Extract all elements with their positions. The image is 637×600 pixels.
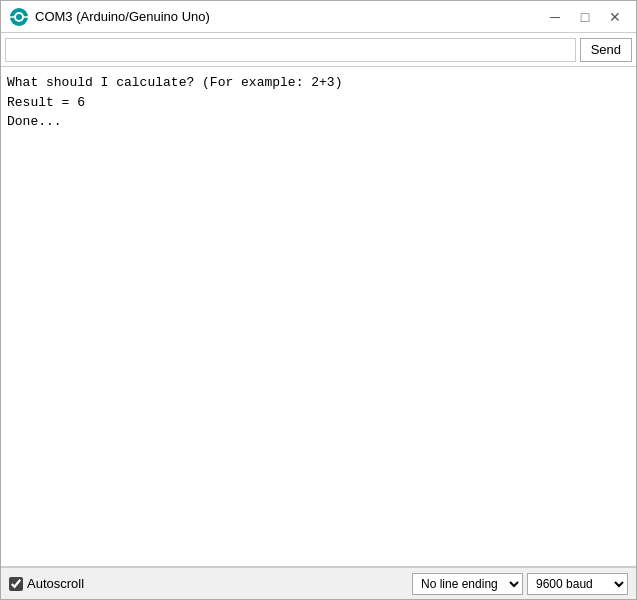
status-bar: Autoscroll No line ending Newline Carria… [1, 567, 636, 599]
line-ending-dropdown[interactable]: No line ending Newline Carriage return B… [412, 573, 523, 595]
window-title: COM3 (Arduino/Genuino Uno) [35, 9, 542, 24]
status-right: No line ending Newline Carriage return B… [412, 573, 628, 595]
message-input[interactable] [5, 38, 576, 62]
autoscroll-checkbox[interactable] [9, 577, 23, 591]
close-button[interactable]: ✕ [602, 7, 628, 27]
baud-rate-dropdown[interactable]: 300 baud 1200 baud 2400 baud 4800 baud 9… [527, 573, 628, 595]
autoscroll-label[interactable]: Autoscroll [27, 576, 84, 591]
main-window: COM3 (Arduino/Genuino Uno) ─ □ ✕ Send Wh… [0, 0, 637, 600]
output-line-3: Result = 6 [7, 93, 630, 113]
maximize-button[interactable]: □ [572, 7, 598, 27]
app-icon [9, 7, 29, 27]
autoscroll-section: Autoscroll [9, 576, 84, 591]
output-line-4: Done... [7, 112, 630, 132]
minimize-button[interactable]: ─ [542, 7, 568, 27]
window-controls: ─ □ ✕ [542, 7, 628, 27]
send-button[interactable]: Send [580, 38, 632, 62]
svg-point-2 [16, 14, 22, 20]
output-line-1: What should I calculate? (For example: 2… [7, 73, 630, 93]
serial-output: What should I calculate? (For example: 2… [1, 67, 636, 567]
title-bar: COM3 (Arduino/Genuino Uno) ─ □ ✕ [1, 1, 636, 33]
toolbar: Send [1, 33, 636, 67]
